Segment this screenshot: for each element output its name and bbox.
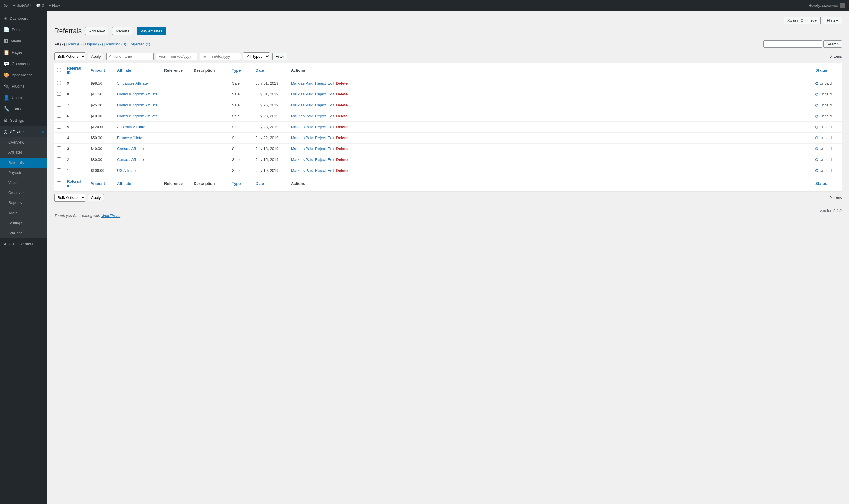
edit-link[interactable]: Edit [328, 114, 334, 118]
th-status[interactable]: Status [812, 63, 842, 78]
affiliate-link[interactable]: Canada Affiliate [117, 146, 144, 151]
select-all-checkbox-footer[interactable] [57, 181, 61, 185]
sidebar-item-settings[interactable]: ⚙ Settings [0, 115, 47, 126]
sidebar-item-media[interactable]: 🖼 Media [0, 36, 47, 47]
affiliate-name-input[interactable] [106, 53, 153, 60]
sidebar-item-pages[interactable]: 📋 Pages [0, 47, 47, 58]
pay-affiliates-button[interactable]: Pay Affiliates [137, 27, 166, 35]
search-button[interactable]: Search [823, 40, 842, 48]
edit-link[interactable]: Edit [328, 81, 334, 86]
filter-all[interactable]: All (9) [54, 42, 65, 46]
submenu-item-tools[interactable]: Tools [0, 208, 47, 218]
delete-link[interactable]: Delete [336, 92, 347, 96]
row-checkbox[interactable] [57, 125, 61, 128]
reject-link[interactable]: Reject [315, 157, 326, 162]
reject-link[interactable]: Reject [315, 168, 326, 173]
delete-link[interactable]: Delete [336, 114, 347, 118]
select-all-checkbox[interactable] [57, 68, 61, 72]
row-checkbox[interactable] [57, 92, 61, 96]
sidebar-item-dashboard[interactable]: ⊞ Dashboard [0, 13, 47, 24]
edit-link[interactable]: Edit [328, 157, 334, 162]
filter-button[interactable]: Filter [272, 53, 287, 60]
affiliate-link[interactable]: Singapore Affiliate [117, 81, 148, 86]
sidebar-item-appearance[interactable]: 🎨 Appearance [0, 70, 47, 81]
reject-link[interactable]: Reject [315, 92, 326, 96]
delete-link[interactable]: Delete [336, 103, 347, 107]
th-date[interactable]: Date [253, 63, 288, 78]
affiliate-link[interactable]: United Kingdom Affiliate [117, 114, 158, 118]
date-to-input[interactable] [200, 53, 241, 60]
sidebar-item-posts[interactable]: 📄 Posts [0, 24, 47, 35]
mark-as-paid-link[interactable]: Mark as Paid [291, 125, 313, 129]
bulk-actions-select[interactable]: Bulk Actions [54, 52, 86, 60]
delete-link[interactable]: Delete [336, 146, 347, 151]
submenu-item-visits[interactable]: Visits [0, 178, 47, 188]
tf-referral-id[interactable]: Referral ID [64, 176, 88, 191]
tf-affiliate[interactable]: Affiliate [114, 176, 161, 191]
collapse-menu-button[interactable]: ◀ Collapse menu [0, 238, 47, 250]
reject-link[interactable]: Reject [315, 125, 326, 129]
filter-rejected[interactable]: Rejected (0) [129, 42, 150, 46]
search-input[interactable] [763, 40, 822, 48]
type-select[interactable]: All Types [243, 52, 270, 60]
adminbar-new[interactable]: + New [49, 3, 60, 8]
tf-type[interactable]: Type [229, 176, 253, 191]
mark-as-paid-link[interactable]: Mark as Paid [291, 103, 313, 107]
delete-link[interactable]: Delete [336, 168, 347, 173]
th-type[interactable]: Type [229, 63, 253, 78]
edit-link[interactable]: Edit [328, 146, 334, 151]
row-checkbox[interactable] [57, 136, 61, 139]
tf-status[interactable]: Status [812, 176, 842, 191]
submenu-item-payouts[interactable]: Payouts [0, 168, 47, 178]
edit-link[interactable]: Edit [328, 92, 334, 96]
submenu-item-settings[interactable]: Settings [0, 218, 47, 228]
reject-link[interactable]: Reject [315, 136, 326, 140]
reject-link[interactable]: Reject [315, 114, 326, 118]
delete-link[interactable]: Delete [336, 157, 347, 162]
bulk-actions-select-bottom[interactable]: Bulk Actions [54, 194, 86, 202]
submenu-item-creatives[interactable]: Creatives [0, 188, 47, 198]
mark-as-paid-link[interactable]: Mark as Paid [291, 92, 313, 96]
row-checkbox[interactable] [57, 168, 61, 172]
row-checkbox[interactable] [57, 146, 61, 150]
apply-button-bottom[interactable]: Apply [88, 194, 104, 201]
affiliate-link[interactable]: Canada Affiliate [117, 157, 144, 162]
affiliate-link[interactable]: United Kingdom Affiliate [117, 103, 158, 107]
th-referral-id[interactable]: Referral ID [64, 63, 88, 78]
adminbar-comments[interactable]: 💬 0 [36, 3, 44, 8]
filter-pending[interactable]: Pending (0) [106, 42, 126, 46]
reports-button[interactable]: Reports [112, 27, 133, 35]
sidebar-item-affiliates[interactable]: ◎ Affiliates ◀ [0, 126, 47, 137]
delete-link[interactable]: Delete [336, 125, 347, 129]
reject-link[interactable]: Reject [315, 81, 326, 86]
add-new-button[interactable]: Add New [85, 27, 108, 35]
delete-link[interactable]: Delete [336, 81, 347, 86]
mark-as-paid-link[interactable]: Mark as Paid [291, 81, 313, 86]
submenu-item-add-ons[interactable]: Add-ons [0, 228, 47, 238]
apply-button[interactable]: Apply [88, 53, 104, 60]
sidebar-item-plugins[interactable]: 🔌 Plugins [0, 81, 47, 92]
reject-link[interactable]: Reject [315, 103, 326, 107]
mark-as-paid-link[interactable]: Mark as Paid [291, 114, 313, 118]
wordpress-link[interactable]: WordPress [102, 213, 120, 218]
edit-link[interactable]: Edit [328, 136, 334, 140]
mark-as-paid-link[interactable]: Mark as Paid [291, 146, 313, 151]
sidebar-item-users[interactable]: 👤 Users [0, 92, 47, 104]
edit-link[interactable]: Edit [328, 168, 334, 173]
affiliate-link[interactable]: Australia Affiliate [117, 125, 145, 129]
affiliate-link[interactable]: United Kingdom Affiliate [117, 92, 158, 96]
wp-logo-icon[interactable]: ⊛ [3, 2, 8, 8]
row-checkbox[interactable] [57, 157, 61, 161]
affiliate-link[interactable]: France Affiliate [117, 136, 142, 140]
submenu-item-reports[interactable]: Reports [0, 198, 47, 208]
help-button[interactable]: Help ▾ [823, 17, 842, 24]
screen-options-button[interactable]: Screen Options ▾ [783, 17, 821, 24]
delete-link[interactable]: Delete [336, 136, 347, 140]
tf-date[interactable]: Date [253, 176, 288, 191]
sidebar-item-tools[interactable]: 🔧 Tools [0, 104, 47, 115]
edit-link[interactable]: Edit [328, 125, 334, 129]
reject-link[interactable]: Reject [315, 146, 326, 151]
th-affiliate[interactable]: Affiliate [114, 63, 161, 78]
mark-as-paid-link[interactable]: Mark as Paid [291, 168, 313, 173]
submenu-item-overview[interactable]: Overview [0, 137, 47, 147]
